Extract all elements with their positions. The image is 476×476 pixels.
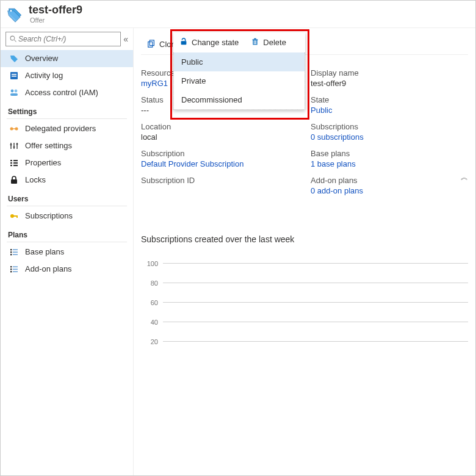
collapse-sidebar-icon[interactable]: « — [123, 34, 128, 44]
y-tick-label: 80 — [141, 279, 163, 287]
svg-rect-31 — [10, 249, 12, 250]
chart-gridline: 40 — [141, 312, 468, 332]
page-subtitle: Offer — [30, 16, 82, 24]
svg-line-4 — [15, 40, 16, 41]
search-input[interactable] — [17, 34, 117, 44]
nav-label: Add-on plans — [25, 264, 72, 273]
gridline — [163, 283, 468, 283]
svg-rect-27 — [11, 179, 17, 184]
page-header: test-offer9 Offer — [1, 1, 475, 28]
nav-overview[interactable]: Overview — [1, 50, 133, 67]
svg-rect-30 — [16, 215, 18, 218]
clone-icon — [147, 40, 156, 48]
change-state-button[interactable]: Change state — [173, 32, 245, 52]
nav-label: Base plans — [25, 247, 64, 256]
svg-rect-37 — [10, 266, 12, 267]
delete-button[interactable]: Delete — [245, 32, 292, 52]
nav-activity-log[interactable]: Activity log — [1, 67, 133, 84]
nav-label: Access control (IAM) — [25, 88, 98, 97]
detail-value[interactable]: 1 base plans — [311, 159, 468, 168]
nav-label: Subscriptions — [25, 211, 73, 220]
detail-label: Subscription ID — [141, 176, 298, 185]
svg-rect-43 — [148, 42, 153, 48]
svg-point-9 — [11, 89, 14, 92]
y-tick-label: 100 — [141, 260, 163, 267]
detail-label: State — [311, 95, 468, 104]
delete-label: Delete — [263, 38, 286, 47]
svg-rect-22 — [10, 162, 12, 164]
svg-rect-41 — [13, 269, 18, 270]
detail-label: Add-on plans — [311, 176, 468, 185]
chart-gridline: 60 — [141, 293, 468, 312]
section-plans: Plans — [1, 225, 133, 242]
nav-properties[interactable]: Properties — [1, 154, 133, 171]
tag-icon — [9, 54, 19, 63]
nav-subscriptions[interactable]: Subscriptions — [1, 207, 133, 225]
nav-label: Properties — [25, 158, 61, 167]
delegated-icon — [9, 124, 19, 134]
list-icon — [9, 247, 19, 257]
svg-marker-5 — [10, 56, 18, 62]
state-option-decommissioned[interactable]: Decommissioned — [174, 90, 305, 109]
svg-rect-38 — [10, 269, 12, 270]
iam-icon — [9, 88, 19, 98]
chart-gridline: 20 — [141, 332, 468, 352]
detail-label: Subscriptions — [311, 122, 468, 131]
main-content: Clone Resource groupmyRG1Status---Locati… — [134, 28, 475, 476]
svg-point-20 — [16, 143, 18, 145]
svg-rect-50 — [254, 38, 257, 39]
gridline — [163, 302, 468, 303]
nav-label: Locks — [25, 175, 46, 184]
detail-value[interactable]: Default Provider Subscription — [141, 159, 298, 168]
svg-point-12 — [10, 127, 13, 130]
svg-rect-42 — [13, 271, 18, 272]
svg-point-18 — [10, 143, 12, 145]
nav-addon-plans[interactable]: Add-on plans — [1, 261, 133, 278]
properties-icon — [9, 158, 19, 168]
change-state-dropdown: Change state Delete Public Private Decom… — [173, 32, 305, 110]
collapse-details-icon[interactable]: ︽ — [461, 172, 468, 182]
nav-delegated-providers[interactable]: Delegated providers — [1, 120, 133, 137]
svg-rect-47 — [253, 40, 257, 45]
svg-rect-36 — [13, 254, 18, 255]
svg-point-13 — [15, 127, 18, 130]
unlock-icon — [179, 37, 188, 48]
nav-label: Overview — [25, 54, 58, 63]
left-sidebar: « Overview Activity log Access control (… — [1, 28, 134, 476]
chart-title: Subscriptions created over the last week — [141, 234, 468, 244]
gridline — [163, 263, 468, 264]
nav-offer-settings[interactable]: Offer settings — [1, 137, 133, 154]
state-option-public[interactable]: Public — [174, 52, 305, 71]
detail-label: Display name — [311, 68, 468, 78]
nav-locks[interactable]: Locks — [1, 171, 133, 189]
svg-point-10 — [15, 89, 18, 92]
svg-rect-24 — [13, 160, 18, 161]
trash-icon — [251, 37, 259, 48]
detail-label: Location — [141, 122, 298, 131]
section-users: Users — [1, 189, 133, 206]
y-tick-label: 60 — [141, 299, 163, 306]
state-option-private[interactable]: Private — [174, 71, 305, 90]
nav-base-plans[interactable]: Base plans — [1, 243, 133, 261]
svg-rect-44 — [150, 40, 154, 46]
svg-rect-34 — [13, 249, 18, 250]
activity-log-icon — [9, 71, 19, 81]
search-box[interactable] — [5, 32, 121, 46]
detail-value[interactable]: 0 subscriptions — [311, 132, 468, 142]
chart-gridline: 80 — [141, 273, 468, 293]
detail-value[interactable]: Public — [311, 106, 468, 115]
svg-rect-39 — [10, 271, 12, 272]
svg-rect-11 — [10, 93, 18, 96]
change-state-label: Change state — [192, 38, 239, 47]
y-tick-label: 40 — [141, 319, 163, 326]
search-icon — [10, 35, 17, 43]
detail-value: test-offer9 — [311, 79, 468, 88]
detail-label: Subscription — [141, 149, 298, 158]
nav-access-control[interactable]: Access control (IAM) — [1, 84, 133, 101]
svg-point-2 — [10, 10, 12, 12]
svg-point-19 — [13, 146, 15, 148]
svg-rect-40 — [13, 266, 18, 267]
detail-value[interactable]: 0 add-on plans — [311, 186, 468, 195]
svg-rect-23 — [10, 165, 12, 166]
svg-rect-35 — [13, 251, 18, 253]
